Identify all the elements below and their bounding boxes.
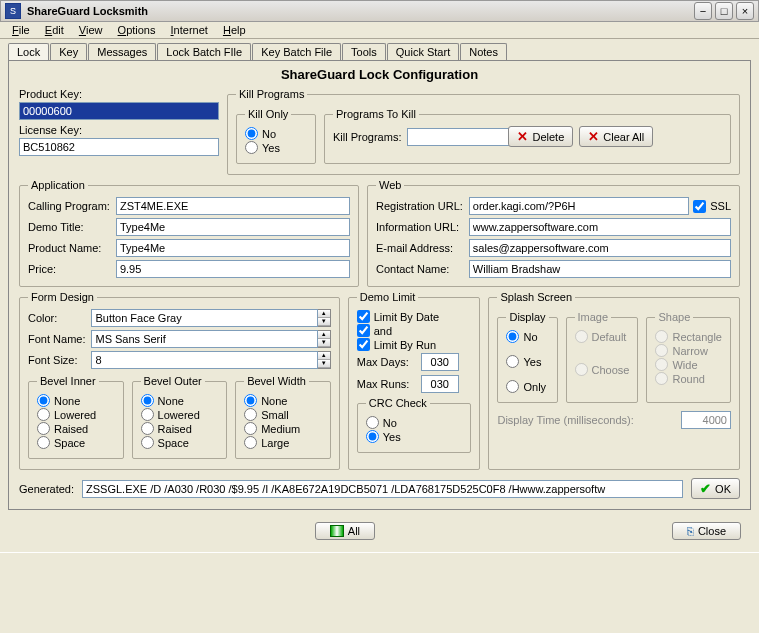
font-size-input[interactable] — [91, 351, 317, 369]
bevel-outer-space[interactable]: Space — [141, 436, 219, 449]
info-url-label: Information URL: — [376, 221, 463, 233]
license-key-input[interactable] — [19, 138, 219, 156]
font-name-input[interactable] — [91, 330, 317, 348]
info-url-input[interactable] — [469, 218, 731, 236]
menu-edit[interactable]: Edit — [39, 22, 70, 38]
color-label: Color: — [28, 312, 85, 324]
all-button[interactable]: All — [315, 522, 375, 540]
tab-lock[interactable]: Lock — [8, 43, 49, 60]
tab-messages[interactable]: Messages — [88, 43, 156, 60]
bevel-inner-lowered[interactable]: Lowered — [37, 408, 115, 421]
max-days-input[interactable] — [421, 353, 459, 371]
splash-image-choose: Choose — [575, 363, 630, 376]
splash-display-group: Display No Yes Only — [497, 311, 557, 403]
product-name-input[interactable] — [116, 239, 350, 257]
splash-image-default: Default — [575, 330, 630, 343]
splash-display-yes[interactable]: Yes — [506, 355, 548, 368]
bevel-inner-none[interactable]: None — [37, 394, 115, 407]
font-size-label: Font Size: — [28, 354, 85, 366]
kill-only-legend: Kill Only — [245, 108, 291, 120]
tab-notes[interactable]: Notes — [460, 43, 507, 60]
demo-limit-group: Demo Limit Limit By Date and Limit By Ru… — [348, 291, 481, 470]
menu-help[interactable]: Help — [217, 22, 252, 38]
tab-key[interactable]: Key — [50, 43, 87, 60]
menu-file[interactable]: File — [6, 22, 36, 38]
menubar: File Edit View Options Internet Help — [0, 22, 759, 39]
menu-internet[interactable]: Internet — [165, 22, 214, 38]
bevel-width-none[interactable]: None — [244, 394, 322, 407]
bevel-outer-raised[interactable]: Raised — [141, 422, 219, 435]
door-icon: ⎘ — [687, 525, 694, 537]
calling-program-input[interactable] — [116, 197, 350, 215]
max-runs-input[interactable] — [421, 375, 459, 393]
programs-to-kill-legend: Programs To Kill — [333, 108, 419, 120]
font-size-spinner[interactable]: ▲▼ — [318, 351, 331, 369]
kill-programs-legend: Kill Programs — [236, 88, 307, 100]
delete-button[interactable]: ✕Delete — [508, 126, 573, 147]
bevel-width-group: Bevel Width None Small Medium Large — [235, 375, 331, 459]
kill-only-group: Kill Only No Yes — [236, 108, 316, 164]
color-input[interactable] — [91, 309, 317, 327]
font-name-label: Font Name: — [28, 333, 85, 345]
tab-tools[interactable]: Tools — [342, 43, 386, 60]
splash-screen-group: Splash Screen Display No Yes Only Image … — [488, 291, 740, 470]
menu-view[interactable]: View — [73, 22, 109, 38]
tab-quick-start[interactable]: Quick Start — [387, 43, 459, 60]
kill-programs-group: Kill Programs Kill Only No Yes Programs … — [227, 88, 740, 175]
limit-by-date-check[interactable]: Limit By Date — [357, 310, 472, 323]
crc-yes[interactable]: Yes — [366, 430, 463, 443]
reg-url-label: Registration URL: — [376, 200, 463, 212]
bevel-outer-lowered[interactable]: Lowered — [141, 408, 219, 421]
menu-options[interactable]: Options — [112, 22, 162, 38]
splash-image-legend: Image — [575, 311, 612, 323]
kill-only-no[interactable]: No — [245, 127, 307, 140]
tab-lock-batch[interactable]: Lock Batch FIle — [157, 43, 251, 60]
status-bar — [0, 552, 759, 570]
web-group: Web Registration URL: SSL Information UR… — [367, 179, 740, 287]
reg-url-input[interactable] — [469, 197, 689, 215]
font-name-spinner[interactable]: ▲▼ — [318, 330, 331, 348]
price-input[interactable] — [116, 260, 350, 278]
bevel-inner-raised[interactable]: Raised — [37, 422, 115, 435]
bottom-bar: All ⎘ Close — [0, 510, 759, 552]
ok-button[interactable]: ✔OK — [691, 478, 740, 499]
generated-label: Generated: — [19, 483, 74, 495]
bevel-width-medium[interactable]: Medium — [244, 422, 322, 435]
bevel-inner-space[interactable]: Space — [37, 436, 115, 449]
splash-display-no[interactable]: No — [506, 330, 548, 343]
limit-by-run-check[interactable]: Limit By Run — [357, 338, 472, 351]
ssl-checkbox[interactable]: SSL — [693, 200, 731, 213]
page-title: ShareGuard Lock Configuration — [19, 67, 740, 82]
form-design-legend: Form Design — [28, 291, 97, 303]
bevel-outer-none[interactable]: None — [141, 394, 219, 407]
contact-input[interactable] — [469, 260, 731, 278]
email-input[interactable] — [469, 239, 731, 257]
crc-no[interactable]: No — [366, 416, 463, 429]
application-legend: Application — [28, 179, 88, 191]
splash-shape-rectangle: Rectangle — [655, 330, 722, 343]
product-key-label: Product Key: — [19, 88, 219, 100]
clear-all-button[interactable]: ✕Clear All — [579, 126, 653, 147]
contact-label: Contact Name: — [376, 263, 463, 275]
product-key-input[interactable] — [19, 102, 219, 120]
close-button[interactable]: ⎘ Close — [672, 522, 741, 540]
generated-input[interactable] — [82, 480, 683, 498]
bevel-outer-group: Bevel Outer None Lowered Raised Space — [132, 375, 228, 459]
maximize-button[interactable]: □ — [715, 2, 733, 20]
check-icon: ✔ — [700, 481, 711, 496]
minimize-button[interactable]: − — [694, 2, 712, 20]
bevel-width-legend: Bevel Width — [244, 375, 309, 387]
web-legend: Web — [376, 179, 404, 191]
window-title: ShareGuard Locksmith — [27, 5, 691, 17]
bevel-width-small[interactable]: Small — [244, 408, 322, 421]
demo-title-input[interactable] — [116, 218, 350, 236]
kill-only-yes[interactable]: Yes — [245, 141, 307, 154]
bevel-width-large[interactable]: Large — [244, 436, 322, 449]
tab-key-batch[interactable]: Key Batch File — [252, 43, 341, 60]
bevel-inner-legend: Bevel Inner — [37, 375, 99, 387]
limit-and-check[interactable]: and — [357, 324, 472, 337]
splash-display-only[interactable]: Only — [506, 380, 548, 393]
color-spinner[interactable]: ▲▼ — [318, 309, 331, 327]
close-window-button[interactable]: × — [736, 2, 754, 20]
crc-check-group: CRC Check No Yes — [357, 397, 472, 453]
